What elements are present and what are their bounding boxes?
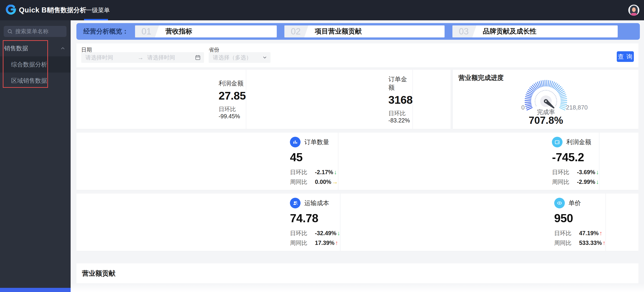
trend-arrow: ↓: [334, 169, 337, 176]
overview-section-revenue[interactable]: 01 营收指标: [135, 26, 277, 38]
kpi-metric: 周同比 533.33% ↑: [554, 239, 606, 247]
kpi-metric: 日环比 -3.69% ↓: [552, 168, 599, 176]
kpi-label: 订单金额: [388, 75, 413, 92]
avatar-shirt: [630, 13, 637, 16]
gauge-card: 营业额完成进度 0 218,870 完成率 707.8%: [453, 70, 638, 129]
kpi-card-row3: 运输成本 74.78 日环比 -32.49% ↓ 周同比 17.39% ↑: [76, 194, 638, 251]
kpi-profit-amount-2: 利润金额 -745.2 日环比 -3.69% ↓ 周同比 -2.99% ↓: [338, 133, 600, 190]
wallet-icon: [552, 137, 562, 147]
bar-chart-icon: [290, 137, 300, 147]
kpi-metric: 日环比 -99.45%: [218, 105, 246, 120]
kpi-value: -745.2: [552, 151, 599, 164]
kpi-profit-amount: 利润金额 27.85 日环比 -99.45%: [76, 70, 246, 129]
date-end-placeholder: 请选择时间: [147, 52, 175, 63]
search-placeholder: 搜索菜单名称: [15, 28, 48, 35]
kpi-metric: 周同比 -2.99% ↓: [552, 178, 599, 186]
kpi-label: 订单数量: [304, 138, 329, 146]
trend-arrow: ↑: [600, 230, 602, 237]
kpi-metric: 周同比 17.39% ↑: [290, 239, 340, 247]
tab-active-underline: [84, 19, 108, 20]
sidebar-item-regional-sales[interactable]: 区域销售数据: [0, 73, 71, 89]
eye-icon: [554, 198, 565, 208]
brand-text: Quick BI: [19, 0, 49, 20]
kpi-label: 利润金额: [218, 79, 246, 88]
bottom-fade: [71, 283, 644, 292]
trend-arrow: ↑: [335, 239, 338, 246]
gauge-min-label: 0: [502, 104, 525, 111]
kpi-label: 单价: [568, 199, 581, 207]
date-start-placeholder: 请选择时间: [86, 52, 113, 63]
tab-first-level-menu[interactable]: 一级菜单: [86, 0, 110, 20]
user-avatar[interactable]: [628, 5, 640, 16]
search-icon: [7, 29, 13, 35]
kpi-card-row1: 利润金额 27.85 日环比 -99.45% 订单金额 3168 日环比 -83…: [76, 70, 450, 129]
query-button[interactable]: 查 询: [617, 51, 634, 62]
revenue-contribution-card: 营业额贡献: [76, 263, 638, 283]
overview-section-brand-growth[interactable]: 03 品牌贡献及成长性: [452, 26, 618, 38]
trend-arrow: ↓: [337, 230, 340, 237]
kpi-card-row2: 订单数量 45 日环比 -2.17% ↓ 周同比 0.00% →: [76, 133, 638, 190]
kpi-shipping-cost: 运输成本 74.78 日环比 -32.49% ↓ 周同比 17.39% ↑: [76, 194, 340, 251]
kpi-value: 950: [554, 212, 606, 225]
calendar-icon: [195, 55, 201, 61]
chevron-up-icon: [60, 46, 66, 51]
section-number: 03: [452, 26, 476, 38]
kpi-label: 利润金额: [566, 138, 591, 146]
date-range-input[interactable]: 请选择时间 → 请选择时间: [81, 52, 204, 63]
section-title: 项目营业额贡献: [315, 27, 362, 36]
overview-bar: 经营分析概览： 01 营收指标 02 项目营业额贡献 03 品牌贡献及成长性: [76, 23, 640, 40]
kpi-metric: 日环比 -32.49% ↓: [290, 229, 340, 237]
section-title: 营收指标: [166, 27, 192, 36]
kpi-metric: 日环比 -2.17% ↓: [290, 168, 338, 176]
trend-arrow: ↓: [596, 178, 599, 185]
sidebar-group-sales-data[interactable]: 销售数据: [0, 40, 71, 56]
avatar-face: [632, 8, 636, 12]
section-title: 品牌贡献及成长性: [483, 27, 536, 36]
kpi-unit-price-2: 单价 950 日环比 47.19% ↑ 周同比 533.33% ↑: [340, 194, 606, 251]
kpi-metric: 周同比 0.00% →: [290, 178, 338, 186]
arrow-right-icon: →: [138, 52, 144, 63]
kpi-discount-point-2: 折扣点 52.00% 日环比 20.93% ↑ 周同比 766.67% ↑: [606, 194, 644, 251]
kpi-order-count: 订单数量 45 日环比 -2.17% ↓ 周同比 0.00% →: [76, 133, 338, 190]
people-icon: [290, 198, 300, 208]
sidebar-bottom-accent: [0, 288, 71, 292]
gauge-max-label: 218,870: [566, 104, 588, 111]
gauge-title: 营业额完成进度: [458, 74, 504, 82]
trend-arrow: ↑: [602, 239, 606, 246]
overview-section-project-contribution[interactable]: 02 项目营业额贡献: [284, 26, 444, 38]
kpi-label: 运输成本: [304, 199, 329, 207]
kpi-value: 45: [290, 151, 338, 164]
kpi-unit-price: 单价 832.81 日环比 126.31% ↑ 周同比 767.69% ↑: [600, 133, 644, 190]
kpi-value: 74.78: [290, 212, 340, 225]
quick-bi-logo-icon: [6, 5, 16, 15]
overview-label: 经营分析概览：: [83, 23, 128, 40]
province-placeholder: 请选择（多选）: [213, 52, 252, 63]
sidebar-item-comprehensive-analysis[interactable]: 综合数据分析: [0, 56, 71, 73]
sidebar-search-input[interactable]: 搜索菜单名称: [4, 26, 66, 37]
section-number: 01: [135, 26, 159, 38]
bottom-card-title: 营业额贡献: [82, 269, 116, 278]
gauge-rate-value: 707.8%: [518, 115, 574, 126]
trend-arrow: →: [332, 178, 338, 185]
chevron-down-icon: [262, 55, 267, 60]
quick-bi-dashboard: Quick BI 销售数据分析 一级菜单 搜索菜单名称 销售数据 综合数据分析: [0, 0, 644, 292]
kpi-value: 27.85: [218, 89, 246, 102]
kpi-order-amount: 订单金额 3168 日环比 -83.22%: [246, 70, 413, 129]
trend-arrow: ↓: [596, 169, 599, 176]
kpi-metric: 日环比 -83.22%: [388, 110, 413, 124]
left-sidebar: 搜索菜单名称 销售数据 综合数据分析 区域销售数据: [0, 20, 71, 292]
province-select[interactable]: 请选择（多选）: [209, 52, 270, 63]
top-navbar: Quick BI 销售数据分析 一级菜单: [0, 0, 644, 20]
workspace-title: 销售数据分析: [48, 0, 86, 20]
kpi-value: 3168: [388, 94, 413, 106]
section-number: 02: [284, 26, 308, 38]
kpi-metric: 日环比 47.19% ↑: [554, 229, 606, 237]
filter-card: 日期 请选择时间 → 请选择时间 省份 请选择（多选） 查 询: [76, 44, 638, 68]
